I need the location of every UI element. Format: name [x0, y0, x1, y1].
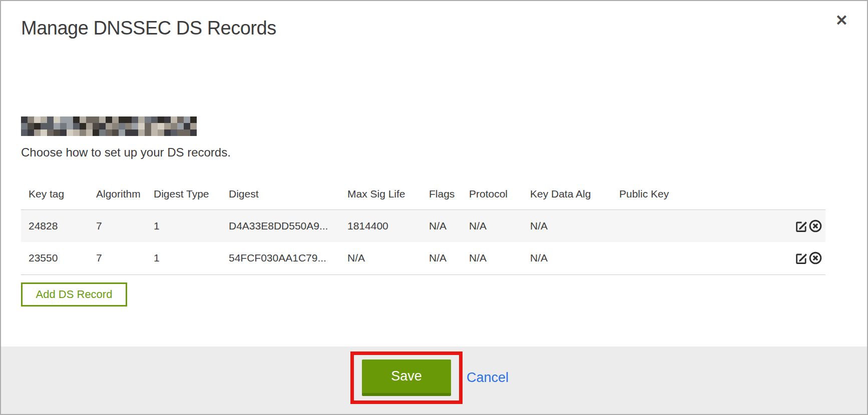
page-title: Manage DNSSEC DS Records — [21, 18, 276, 39]
col-header-digest: Digest — [229, 185, 347, 210]
edit-record-icon[interactable] — [794, 251, 808, 265]
col-header-actions — [747, 185, 825, 210]
cell-flags: N/A — [429, 242, 469, 274]
cell-key-tag: 24828 — [21, 210, 96, 242]
table-row: 24828 7 1 D4A33E8DD550A9... 1814400 N/A … — [21, 210, 825, 242]
row-actions — [747, 242, 825, 274]
cancel-link[interactable]: Cancel — [467, 370, 509, 386]
col-header-key-tag: Key tag — [21, 185, 96, 210]
annotation-highlight-rectangle: Save — [350, 352, 463, 404]
cell-key-data-alg: N/A — [530, 242, 619, 274]
col-header-algorithm: Algorithm — [96, 185, 154, 210]
table-row: 23550 7 1 54FCF030AA1C79... N/A N/A N/A … — [21, 242, 825, 274]
redacted-domain-name — [21, 116, 197, 136]
edit-record-icon[interactable] — [794, 219, 808, 233]
cell-digest-type: 1 — [154, 210, 229, 242]
close-icon[interactable]: ✕ — [835, 13, 848, 28]
ds-records-table: Key tag Algorithm Digest Type Digest Max… — [21, 185, 825, 275]
cell-public-key — [619, 242, 747, 274]
cell-protocol: N/A — [469, 210, 530, 242]
col-header-max-sig-life: Max Sig Life — [347, 185, 429, 210]
cell-algorithm: 7 — [96, 242, 154, 274]
row-actions — [747, 210, 825, 242]
col-header-public-key: Public Key — [619, 185, 747, 210]
cell-public-key — [619, 210, 747, 242]
footer-bar: Save Cancel — [1, 346, 867, 414]
add-ds-record-button[interactable]: Add DS Record — [21, 282, 127, 306]
cell-max-sig-life: 1814400 — [347, 210, 429, 242]
cell-protocol: N/A — [469, 242, 530, 274]
col-header-protocol: Protocol — [469, 185, 530, 210]
delete-record-icon[interactable] — [808, 219, 822, 233]
col-header-flags: Flags — [429, 185, 469, 210]
table-header-row: Key tag Algorithm Digest Type Digest Max… — [21, 185, 825, 210]
cell-digest: 54FCF030AA1C79... — [229, 242, 347, 274]
cell-flags: N/A — [429, 210, 469, 242]
save-button[interactable]: Save — [362, 360, 451, 396]
cell-digest: D4A33E8DD550A9... — [229, 210, 347, 242]
col-header-key-data-alg: Key Data Alg — [530, 185, 619, 210]
cell-digest-type: 1 — [154, 242, 229, 274]
cell-key-data-alg: N/A — [530, 210, 619, 242]
delete-record-icon[interactable] — [808, 251, 822, 265]
col-header-digest-type: Digest Type — [154, 185, 229, 210]
manage-dnssec-modal: Manage DNSSEC DS Records ✕ Choose how to… — [0, 0, 868, 415]
subtitle: Choose how to set up your DS records. — [21, 146, 231, 160]
cell-algorithm: 7 — [96, 210, 154, 242]
cell-key-tag: 23550 — [21, 242, 96, 274]
cell-max-sig-life: N/A — [347, 242, 429, 274]
